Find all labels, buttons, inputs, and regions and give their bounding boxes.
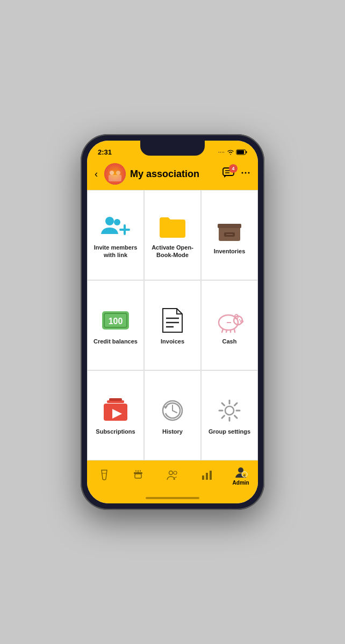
invite-members-item[interactable]: Invite members with link [87, 190, 144, 280]
invoices-item[interactable]: Invoices [144, 280, 201, 370]
phone-frame: 2:31 ···· ‹ [81, 134, 264, 510]
history-icon [157, 398, 188, 423]
avatar [104, 163, 126, 185]
status-icons: ···· [218, 149, 247, 155]
invoice-icon [157, 308, 188, 333]
svg-line-55 [235, 415, 238, 418]
history-label: History [162, 428, 183, 435]
svg-point-12 [245, 172, 247, 174]
signal-icon: ···· [218, 149, 225, 155]
settings-label: Group settings [209, 428, 250, 435]
credit-label: Credit balances [94, 338, 138, 345]
svg-text:100: 100 [109, 317, 123, 326]
svg-point-11 [242, 172, 243, 174]
svg-rect-66 [202, 475, 204, 480]
phone-screen: 2:31 ···· ‹ [87, 141, 258, 503]
cash-label: Cash [222, 338, 237, 345]
svg-line-48 [172, 411, 177, 413]
svg-rect-19 [218, 224, 241, 228]
members-icon [167, 469, 178, 481]
subscriptions-icon [100, 398, 131, 423]
history-item[interactable]: History [144, 370, 201, 460]
svg-line-56 [235, 403, 238, 406]
svg-line-35 [222, 329, 223, 332]
stats-icon [201, 469, 213, 481]
openbook-item[interactable]: Activate Open-Book-Mode [144, 190, 201, 280]
folder-icon [157, 214, 188, 239]
tab-food[interactable] [121, 469, 156, 481]
credit-icon: 100 [100, 308, 131, 333]
svg-point-6 [110, 171, 114, 175]
inventories-label: Inventories [214, 247, 246, 255]
svg-point-15 [114, 219, 120, 225]
subscriptions-label: Subscriptions [96, 428, 135, 435]
food-icon [132, 469, 144, 481]
svg-line-36 [226, 330, 227, 332]
menu-grid: Invite members with link Activate Open-B… [87, 190, 258, 460]
openbook-label: Activate Open-Book-Mode [149, 244, 196, 259]
svg-rect-2 [246, 151, 247, 153]
wifi-icon [227, 149, 234, 155]
drink-icon [98, 469, 110, 481]
svg-rect-68 [210, 471, 212, 480]
back-button[interactable]: ‹ [92, 167, 100, 181]
tab-members[interactable] [155, 469, 190, 481]
cash-item[interactable]: Cash [201, 280, 258, 370]
status-time: 2:31 [98, 148, 112, 156]
battery-icon [236, 149, 247, 155]
svg-rect-5 [109, 175, 121, 181]
notification-badge: 4 [229, 164, 238, 173]
svg-point-7 [116, 171, 120, 175]
home-indicator [87, 493, 258, 503]
credit-item[interactable]: 100 Credit balances [87, 280, 144, 370]
svg-point-69 [238, 467, 243, 473]
inventories-item[interactable]: Inventories [201, 190, 258, 280]
svg-point-13 [248, 172, 250, 174]
svg-text:e: e [243, 473, 246, 477]
svg-rect-1 [237, 150, 244, 154]
invite-members-label: Invite members with link [92, 244, 139, 259]
svg-rect-67 [206, 473, 208, 480]
piggy-icon [214, 308, 245, 333]
notch [140, 141, 205, 156]
notification-button[interactable]: 4 [222, 167, 234, 180]
svg-point-64 [169, 471, 172, 475]
tab-admin[interactable]: e Admin [224, 465, 258, 486]
header: ‹ [87, 160, 258, 190]
gear-icon [214, 398, 245, 423]
page-title: My association [130, 169, 218, 180]
invite-members-icon [100, 214, 131, 239]
admin-icon: e [234, 465, 248, 479]
more-dots-icon [241, 168, 250, 178]
settings-item[interactable]: Group settings [201, 370, 258, 460]
subscriptions-item[interactable]: Subscriptions [87, 370, 144, 460]
svg-point-65 [174, 471, 177, 474]
admin-tab-label: Admin [233, 480, 249, 486]
svg-line-54 [222, 403, 225, 406]
svg-point-14 [105, 217, 114, 225]
svg-line-38 [234, 329, 235, 332]
svg-marker-46 [163, 406, 168, 409]
tab-bar: e Admin [87, 460, 258, 493]
more-button[interactable] [241, 168, 250, 180]
svg-rect-60 [135, 474, 141, 478]
svg-line-57 [222, 415, 225, 418]
svg-point-49 [225, 406, 234, 415]
archive-icon [214, 217, 245, 243]
invoices-label: Invoices [161, 338, 184, 345]
tab-stats[interactable] [190, 469, 224, 481]
svg-point-34 [242, 321, 242, 321]
header-icons: 4 [222, 167, 250, 180]
tab-drinks[interactable] [87, 469, 121, 481]
svg-point-31 [239, 319, 240, 320]
svg-rect-43 [109, 398, 122, 401]
svg-point-33 [241, 321, 241, 321]
